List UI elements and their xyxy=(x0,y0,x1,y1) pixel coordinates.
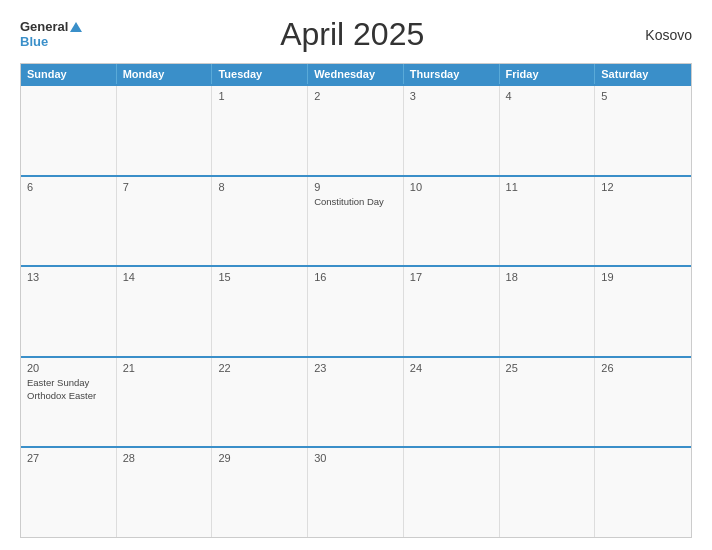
calendar-cell: 22 xyxy=(212,358,308,447)
calendar-cell: 15 xyxy=(212,267,308,356)
day-number: 23 xyxy=(314,362,397,374)
day-number: 2 xyxy=(314,90,397,102)
day-number: 16 xyxy=(314,271,397,283)
day-number: 4 xyxy=(506,90,589,102)
calendar-cell: 29 xyxy=(212,448,308,537)
day-number: 19 xyxy=(601,271,685,283)
calendar-event: Orthodox Easter xyxy=(27,390,110,402)
calendar-cell: 21 xyxy=(117,358,213,447)
calendar-cell: 19 xyxy=(595,267,691,356)
day-number: 8 xyxy=(218,181,301,193)
day-number: 6 xyxy=(27,181,110,193)
day-number: 15 xyxy=(218,271,301,283)
calendar-cell: 1 xyxy=(212,86,308,175)
country-label: Kosovo xyxy=(622,27,692,43)
logo-blue-text: Blue xyxy=(20,35,48,49)
calendar-grid: SundayMondayTuesdayWednesdayThursdayFrid… xyxy=(20,63,692,538)
day-number: 28 xyxy=(123,452,206,464)
calendar-cell: 12 xyxy=(595,177,691,266)
calendar-cell: 10 xyxy=(404,177,500,266)
calendar-page: General Blue April 2025 Kosovo SundayMon… xyxy=(0,0,712,550)
calendar-week-4: 20Easter SundayOrthodox Easter2122232425… xyxy=(21,356,691,447)
day-number: 29 xyxy=(218,452,301,464)
day-number: 22 xyxy=(218,362,301,374)
day-number: 17 xyxy=(410,271,493,283)
calendar-cell: 14 xyxy=(117,267,213,356)
calendar-cell xyxy=(500,448,596,537)
calendar-cell: 24 xyxy=(404,358,500,447)
calendar-body: 123456789Constitution Day101112131415161… xyxy=(21,84,691,537)
day-number: 14 xyxy=(123,271,206,283)
calendar-cell: 5 xyxy=(595,86,691,175)
calendar-cell: 26 xyxy=(595,358,691,447)
day-number: 27 xyxy=(27,452,110,464)
calendar-cell: 20Easter SundayOrthodox Easter xyxy=(21,358,117,447)
day-number: 30 xyxy=(314,452,397,464)
day-number: 5 xyxy=(601,90,685,102)
day-number: 3 xyxy=(410,90,493,102)
calendar-cell: 30 xyxy=(308,448,404,537)
day-number: 21 xyxy=(123,362,206,374)
calendar-cell: 2 xyxy=(308,86,404,175)
page-title: April 2025 xyxy=(82,16,622,53)
calendar-week-2: 6789Constitution Day101112 xyxy=(21,175,691,266)
day-number: 13 xyxy=(27,271,110,283)
calendar-cell xyxy=(595,448,691,537)
calendar-cell: 18 xyxy=(500,267,596,356)
calendar-header-row: SundayMondayTuesdayWednesdayThursdayFrid… xyxy=(21,64,691,84)
logo-triangle-icon xyxy=(70,22,82,32)
calendar-cell: 4 xyxy=(500,86,596,175)
day-number: 1 xyxy=(218,90,301,102)
day-number: 25 xyxy=(506,362,589,374)
calendar-week-5: 27282930 xyxy=(21,446,691,537)
day-number: 9 xyxy=(314,181,397,193)
calendar-event: Easter Sunday xyxy=(27,377,110,389)
calendar-cell: 23 xyxy=(308,358,404,447)
logo-general-text: General xyxy=(20,20,68,34)
calendar-cell: 7 xyxy=(117,177,213,266)
calendar-cell: 13 xyxy=(21,267,117,356)
calendar-cell: 11 xyxy=(500,177,596,266)
day-number: 11 xyxy=(506,181,589,193)
page-header: General Blue April 2025 Kosovo xyxy=(20,16,692,53)
calendar-event: Constitution Day xyxy=(314,196,397,208)
calendar-cell xyxy=(117,86,213,175)
calendar-cell: 3 xyxy=(404,86,500,175)
calendar-week-3: 13141516171819 xyxy=(21,265,691,356)
day-number: 12 xyxy=(601,181,685,193)
day-number: 24 xyxy=(410,362,493,374)
weekday-header-friday: Friday xyxy=(500,64,596,84)
calendar-cell: 28 xyxy=(117,448,213,537)
day-number: 26 xyxy=(601,362,685,374)
weekday-header-sunday: Sunday xyxy=(21,64,117,84)
weekday-header-tuesday: Tuesday xyxy=(212,64,308,84)
day-number: 10 xyxy=(410,181,493,193)
calendar-cell xyxy=(404,448,500,537)
calendar-cell: 17 xyxy=(404,267,500,356)
calendar-cell xyxy=(21,86,117,175)
calendar-cell: 16 xyxy=(308,267,404,356)
logo: General Blue xyxy=(20,20,82,49)
calendar-cell: 8 xyxy=(212,177,308,266)
calendar-cell: 6 xyxy=(21,177,117,266)
day-number: 18 xyxy=(506,271,589,283)
weekday-header-wednesday: Wednesday xyxy=(308,64,404,84)
calendar-cell: 25 xyxy=(500,358,596,447)
calendar-week-1: 12345 xyxy=(21,84,691,175)
weekday-header-saturday: Saturday xyxy=(595,64,691,84)
calendar-cell: 27 xyxy=(21,448,117,537)
weekday-header-monday: Monday xyxy=(117,64,213,84)
day-number: 7 xyxy=(123,181,206,193)
weekday-header-thursday: Thursday xyxy=(404,64,500,84)
calendar-cell: 9Constitution Day xyxy=(308,177,404,266)
day-number: 20 xyxy=(27,362,110,374)
